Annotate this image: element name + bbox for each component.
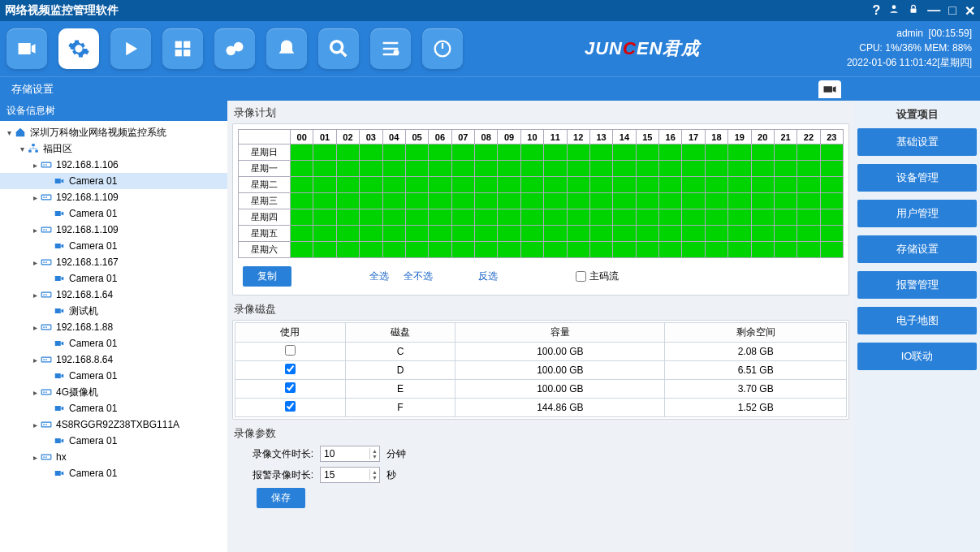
settings-menu-title: 设置项目 (857, 101, 977, 128)
toolbar-alarm[interactable] (266, 28, 307, 69)
device-tree[interactable]: ▾深圳万科物业网络视频监控系统▾福田区▸192.168.1.106Camera … (0, 121, 227, 552)
brand-logo: JUNCEN君成 (585, 37, 700, 61)
maximize-icon[interactable]: □ (948, 3, 956, 18)
settings-menu-item[interactable]: 用户管理 (857, 200, 977, 227)
tree-node[interactable]: ▸192.168.1.167 (0, 254, 227, 270)
minimize-icon[interactable]: — (927, 3, 940, 18)
tree-node[interactable]: ▾福田区 (0, 140, 227, 157)
tree-node[interactable]: Camera 01 (0, 400, 227, 416)
tree-node[interactable]: Camera 01 (0, 465, 227, 481)
lock-icon[interactable] (908, 3, 919, 18)
settings-menu-item[interactable]: 基础设置 (857, 128, 977, 156)
svg-rect-3 (183, 41, 190, 48)
save-button[interactable]: 保存 (257, 488, 305, 508)
file-len-unit: 分钟 (386, 447, 406, 461)
schedule-grid[interactable]: 0001020304050607080910111213141516171819… (238, 129, 844, 258)
svg-point-31 (45, 326, 47, 328)
toolbar-devices[interactable] (214, 28, 255, 69)
svg-point-27 (43, 294, 45, 295)
disks-table[interactable]: 使用磁盘容量剩余空间C100.00 GB2.08 GBD100.00 GB6.5… (235, 322, 847, 417)
svg-point-0 (892, 5, 896, 9)
svg-point-24 (43, 261, 45, 263)
copy-button[interactable]: 复制 (243, 266, 291, 287)
invert-link[interactable]: 反选 (478, 270, 498, 283)
content-area: 录像计划 00010203040506070809101112131415161… (227, 101, 854, 552)
tree-node[interactable]: Camera 01 (0, 335, 227, 351)
tree-node[interactable]: Camera 01 (0, 270, 227, 287)
svg-rect-12 (28, 150, 32, 153)
settings-menu-item[interactable]: 电子地图 (857, 307, 977, 334)
svg-rect-5 (183, 50, 190, 56)
device-sidebar: 设备信息树 ▾深圳万科物业网络视频监控系统▾福田区▸192.168.1.106C… (0, 101, 227, 552)
disk-use-checkbox[interactable] (285, 382, 296, 393)
tree-node[interactable]: ▸hx (0, 449, 227, 465)
disk-use-checkbox[interactable] (285, 345, 296, 356)
tree-node[interactable]: ▸4S8RGGR92Z38TXBG111A (0, 416, 227, 433)
select-all-link[interactable]: 全选 (369, 270, 389, 283)
status-panel: admin [00:15:59] CPU: 1%/36% MEM: 88% 20… (847, 26, 972, 70)
svg-point-21 (43, 229, 45, 231)
svg-point-33 (43, 359, 45, 360)
user-icon[interactable] (888, 3, 900, 18)
alarm-len-label: 报警录像时长: (232, 468, 313, 482)
tree-node[interactable]: ▾深圳万科物业网络视频监控系统 (0, 124, 227, 140)
settings-menu-item[interactable]: 存储设置 (857, 235, 977, 263)
tree-node[interactable]: ▸192.168.1.106 (0, 157, 227, 173)
subheader-title: 存储设置 (0, 82, 54, 97)
table-row[interactable]: E100.00 GB3.70 GB (235, 380, 847, 399)
svg-rect-1 (911, 8, 917, 12)
sidebar-title: 设备信息树 (0, 101, 227, 121)
disk-use-checkbox[interactable] (285, 364, 296, 374)
toolbar-search[interactable] (318, 28, 359, 69)
schedule-title: 录像计划 (234, 106, 849, 120)
tree-node[interactable]: Camera 01 (0, 173, 227, 189)
table-row[interactable]: D100.00 GB6.51 GB (235, 361, 847, 380)
subheader: 存储设置 (0, 76, 980, 101)
tree-node[interactable]: ▸192.168.1.109 (0, 222, 227, 238)
schedule-panel: 0001020304050607080910111213141516171819… (232, 123, 849, 295)
tree-node[interactable]: ▸192.168.1.88 (0, 319, 227, 335)
svg-point-18 (43, 196, 45, 198)
disk-use-checkbox[interactable] (285, 401, 296, 412)
tree-node[interactable]: Camera 01 (0, 433, 227, 449)
camera-indicator-icon[interactable] (818, 80, 841, 98)
tree-node[interactable]: Camera 01 (0, 368, 227, 384)
close-icon[interactable]: ✕ (965, 3, 975, 19)
svg-point-39 (43, 424, 45, 425)
svg-rect-13 (35, 150, 38, 153)
table-row[interactable]: C100.00 GB2.08 GB (235, 343, 847, 361)
tree-node[interactable]: ▸4G摄像机 (0, 384, 227, 400)
settings-menu-item[interactable]: IO联动 (857, 343, 977, 370)
tree-node[interactable]: ▸192.168.1.64 (0, 287, 227, 303)
tree-node[interactable]: ▸192.168.8.64 (0, 351, 227, 368)
svg-rect-4 (175, 50, 182, 56)
tree-node[interactable]: ▸192.168.1.109 (0, 189, 227, 205)
svg-point-7 (234, 42, 244, 52)
toolbar-camera[interactable] (6, 28, 47, 69)
table-row[interactable]: F144.86 GB1.52 GB (235, 399, 847, 417)
settings-menu-item[interactable]: 报警管理 (857, 271, 977, 299)
window-controls: ? — □ ✕ (873, 3, 975, 19)
help-icon[interactable]: ? (873, 3, 881, 18)
tree-node[interactable]: 测试机 (0, 303, 227, 319)
toolbar-play[interactable] (110, 28, 151, 69)
file-len-stepper[interactable]: ▲▼ (320, 446, 380, 462)
svg-point-9 (394, 50, 399, 55)
params-title: 录像参数 (234, 426, 849, 441)
toolbar-power[interactable] (422, 28, 463, 69)
select-none-link[interactable]: 全不选 (404, 270, 433, 283)
svg-point-16 (45, 164, 47, 166)
toolbar-settings[interactable] (58, 28, 99, 69)
app-title: 网络视频监控管理软件 (5, 3, 873, 18)
svg-point-25 (45, 261, 47, 263)
svg-point-37 (45, 391, 47, 393)
toolbar-config[interactable] (370, 28, 411, 69)
tree-node[interactable]: Camera 01 (0, 205, 227, 222)
svg-point-40 (45, 424, 47, 425)
toolbar-grid[interactable] (162, 28, 203, 69)
settings-menu-item[interactable]: 设备管理 (857, 164, 977, 192)
alarm-len-stepper[interactable]: ▲▼ (320, 467, 380, 483)
alarm-len-unit: 秒 (386, 468, 396, 482)
tree-node[interactable]: Camera 01 (0, 238, 227, 254)
main-stream-checkbox[interactable]: 主码流 (576, 270, 619, 283)
